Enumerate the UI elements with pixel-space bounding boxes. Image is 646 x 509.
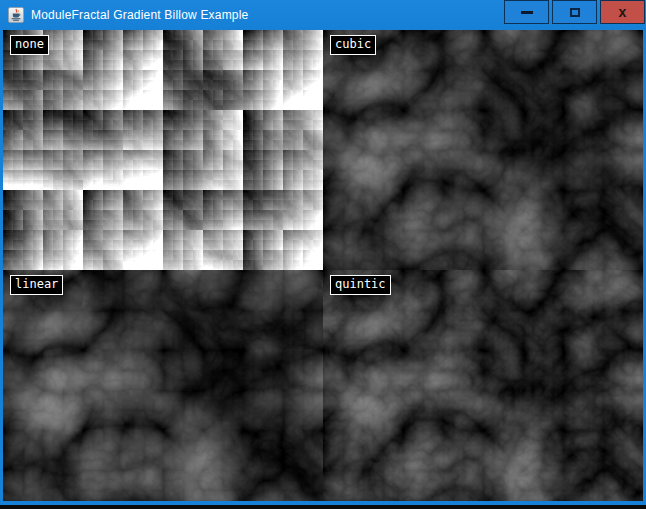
panel-linear: linear	[3, 270, 323, 501]
titlebar[interactable]: ModuleFractal Gradient Billow Example x	[0, 0, 646, 30]
panel-label-quintic: quintic	[330, 275, 391, 295]
noise-canvas-linear	[3, 270, 323, 501]
minimize-button[interactable]	[504, 0, 549, 24]
close-button[interactable]: x	[600, 0, 645, 24]
panel-cubic: cubic	[323, 30, 643, 270]
java-coffee-cup-icon	[8, 7, 24, 23]
window-controls: x	[504, 0, 645, 24]
window-shadow	[0, 505, 646, 509]
noise-canvas-quintic	[323, 270, 643, 501]
minimize-icon	[521, 11, 533, 14]
noise-canvas-none	[3, 30, 323, 270]
window-title: ModuleFractal Gradient Billow Example	[31, 8, 249, 22]
noise-canvas-cubic	[323, 30, 643, 270]
noise-grid: none cubic linear quintic	[3, 30, 643, 501]
panel-label-cubic: cubic	[330, 35, 376, 55]
close-icon: x	[619, 5, 627, 19]
panel-label-linear: linear	[10, 275, 63, 295]
maximize-button[interactable]	[552, 0, 597, 24]
panel-label-none: none	[10, 35, 49, 55]
maximize-icon	[570, 8, 580, 17]
app-window: ModuleFractal Gradient Billow Example x …	[0, 0, 646, 509]
panel-quintic: quintic	[323, 270, 643, 501]
panel-none: none	[3, 30, 323, 270]
